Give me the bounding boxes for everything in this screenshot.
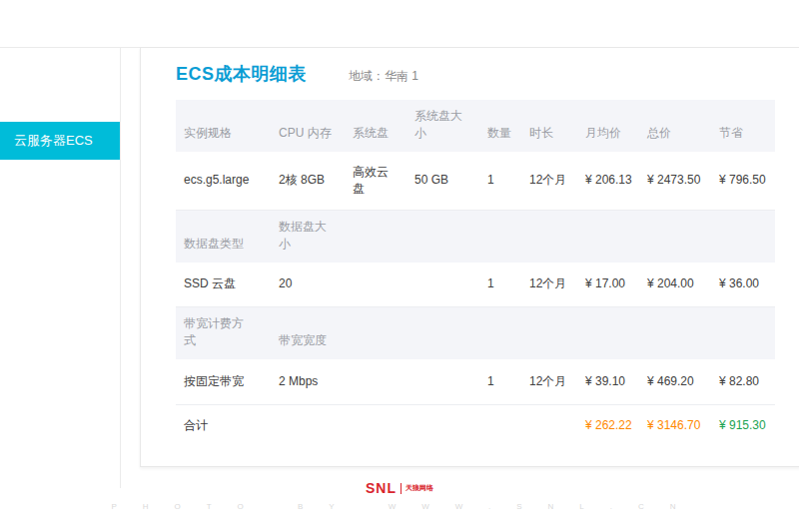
page-title: ECS成本明细表 bbox=[176, 62, 307, 86]
data-cell: 12个月 bbox=[521, 359, 577, 404]
header-cell bbox=[345, 307, 406, 360]
header-cell: 带宽宽度 bbox=[271, 307, 345, 360]
content-panel: ECS成本明细表 地域：华南 1 实例规格 CPU 内存 系统盘 系统盘大小 数… bbox=[140, 47, 799, 467]
header-cell bbox=[711, 210, 775, 263]
data-cell: ¥ 39.10 bbox=[577, 359, 639, 404]
header-cell bbox=[711, 307, 775, 360]
header-cell: 数据盘大小 bbox=[271, 210, 345, 263]
table-row-total: 合计 ¥ 262.22 ¥ 3146.70 ¥ 915.30 bbox=[176, 404, 775, 446]
data-cell bbox=[406, 359, 479, 404]
header-cell: 月均价 bbox=[577, 100, 639, 152]
table-header-instance: 实例规格 CPU 内存 系统盘 系统盘大小 数量 时长 月均价 总价 节省 bbox=[176, 100, 775, 152]
header-cell bbox=[521, 307, 577, 360]
data-cell: ¥ 469.20 bbox=[639, 359, 711, 404]
header-cell bbox=[521, 210, 577, 263]
data-cell: 12个月 bbox=[521, 152, 577, 210]
data-cell: ¥ 82.80 bbox=[711, 359, 775, 404]
header-cell: 数据盘类型 bbox=[176, 210, 271, 263]
table-row-datadisk: SSD 云盘 20 1 12个月 ¥ 17.00 ¥ 204.00 ¥ 36.0… bbox=[176, 263, 775, 307]
panel-header: ECS成本明细表 地域：华南 1 bbox=[141, 48, 799, 86]
sidebar-item-ecs-label: 云服务器ECS bbox=[14, 133, 93, 148]
header-cell: 系统盘 bbox=[345, 100, 406, 152]
table-row-bandwidth: 按固定带宽 2 Mbps 1 12个月 ¥ 39.10 ¥ 469.20 ¥ 8… bbox=[176, 359, 775, 404]
data-cell: ¥ 36.00 bbox=[711, 263, 775, 307]
total-savings: ¥ 915.30 bbox=[711, 404, 775, 446]
table-row-instance: ecs.g5.large 2核 8GB 高效云盘 50 GB 1 12个月 ¥ … bbox=[176, 152, 775, 210]
header-cell: 总价 bbox=[639, 100, 711, 152]
sidebar-item-ecs[interactable]: 云服务器ECS bbox=[0, 122, 120, 160]
header-cell bbox=[639, 210, 711, 263]
data-cell: 高效云盘 bbox=[345, 152, 406, 210]
header-cell bbox=[345, 210, 406, 263]
data-cell: ¥ 796.50 bbox=[711, 152, 775, 210]
data-cell: 2核 8GB bbox=[271, 152, 345, 210]
total-price: ¥ 3146.70 bbox=[639, 404, 711, 446]
data-cell: 1 bbox=[479, 359, 521, 404]
header-cell: 系统盘大小 bbox=[406, 100, 479, 152]
sidebar: 云服务器ECS bbox=[0, 48, 121, 488]
data-cell: 50 GB bbox=[406, 152, 479, 210]
data-cell: 1 bbox=[479, 152, 521, 210]
header-cell bbox=[406, 307, 479, 360]
header-cell: 数量 bbox=[479, 100, 521, 152]
data-cell: ¥ 204.00 bbox=[639, 263, 711, 307]
cost-table: 实例规格 CPU 内存 系统盘 系统盘大小 数量 时长 月均价 总价 节省 ec… bbox=[176, 100, 775, 446]
header-cell: 节省 bbox=[711, 100, 775, 152]
page: 云服务器ECS ECS成本明细表 地域：华南 1 实例规格 CPU 内存 系统盘… bbox=[0, 0, 799, 532]
snl-logo-text: SNL bbox=[366, 480, 397, 496]
data-cell: 20 bbox=[271, 263, 345, 307]
data-cell bbox=[406, 263, 479, 307]
data-cell: ¥ 2473.50 bbox=[639, 152, 711, 210]
header-cell: CPU 内存 bbox=[271, 100, 345, 152]
data-cell: 1 bbox=[479, 263, 521, 307]
header-cell bbox=[479, 210, 521, 263]
table-header-bandwidth: 带宽计费方式 带宽宽度 bbox=[176, 307, 775, 360]
data-cell: 12个月 bbox=[521, 263, 577, 307]
data-cell: ecs.g5.large bbox=[176, 152, 271, 210]
header-cell bbox=[479, 307, 521, 360]
header-cell bbox=[577, 210, 639, 263]
header-cell: 带宽计费方式 bbox=[176, 307, 271, 360]
header-cell bbox=[406, 210, 479, 263]
data-cell: ¥ 17.00 bbox=[577, 263, 639, 307]
total-label: 合计 bbox=[176, 404, 577, 446]
footer: SNL 天狼网络 PHOTO BY WWW.SNL.CN bbox=[0, 479, 799, 511]
header-cell: 实例规格 bbox=[176, 100, 271, 152]
logo-chinese-name: 天狼网络 bbox=[405, 483, 433, 493]
watermark-text: PHOTO BY WWW.SNL.CN bbox=[0, 502, 799, 511]
header-cell bbox=[577, 307, 639, 360]
table-header-datadisk: 数据盘类型 数据盘大小 bbox=[176, 210, 775, 263]
data-cell: ¥ 206.13 bbox=[577, 152, 639, 210]
total-monthly-avg: ¥ 262.22 bbox=[577, 404, 639, 446]
data-cell: 按固定带宽 bbox=[176, 359, 271, 404]
header-cell bbox=[639, 307, 711, 360]
header-cell: 时长 bbox=[521, 100, 577, 152]
logo-divider bbox=[400, 483, 401, 494]
data-cell: SSD 云盘 bbox=[176, 263, 271, 307]
data-cell bbox=[345, 359, 406, 404]
data-cell bbox=[345, 263, 406, 307]
snl-logo: SNL 天狼网络 bbox=[366, 480, 433, 496]
region-label: 地域：华南 1 bbox=[349, 68, 418, 85]
data-cell: 2 Mbps bbox=[271, 359, 345, 404]
